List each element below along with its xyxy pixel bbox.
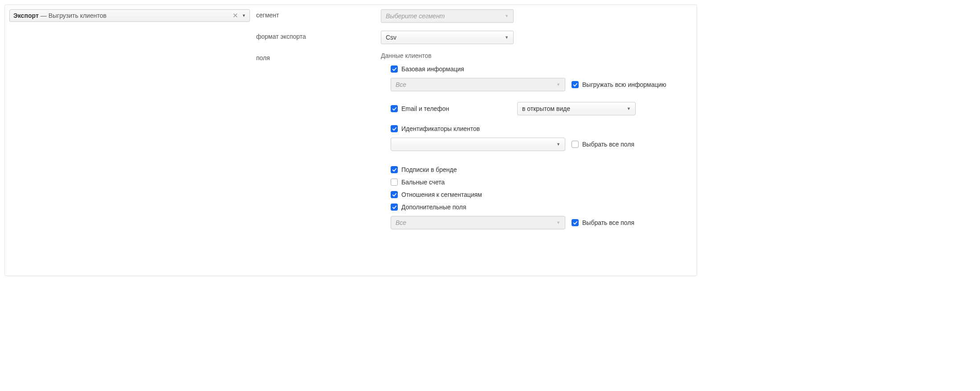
close-icon[interactable]: ✕ bbox=[231, 12, 240, 20]
client-ids-label: Идентификаторы клиентов bbox=[401, 125, 480, 132]
extra-fields-checkbox[interactable] bbox=[391, 204, 398, 211]
chevron-down-icon: ▼ bbox=[505, 14, 509, 18]
extra-fields-select[interactable]: Все ▼ bbox=[391, 216, 565, 229]
format-label: формат экспорта bbox=[256, 31, 381, 44]
segment-relations-label: Отношения к сегментациям bbox=[401, 191, 482, 198]
fields-label: поля bbox=[256, 52, 381, 232]
email-phone-mode-select[interactable]: в открытом виде ▼ bbox=[517, 102, 636, 115]
brand-subs-label: Подписки в бренде bbox=[401, 166, 457, 173]
chevron-down-icon[interactable]: ▼ bbox=[242, 13, 246, 18]
segment-relations-checkbox[interactable] bbox=[391, 191, 398, 198]
segment-select[interactable]: Выберите сегмент ▼ bbox=[381, 9, 514, 23]
fields-section-title: Данные клиентов bbox=[381, 52, 692, 59]
chevron-down-icon: ▼ bbox=[556, 82, 560, 87]
point-accounts-checkbox[interactable] bbox=[391, 179, 398, 186]
export-mode-dropdown[interactable]: Экспорт — Выгрузить клиентов ✕ ▼ bbox=[9, 9, 250, 22]
format-select[interactable]: Csv ▼ bbox=[381, 31, 514, 44]
email-phone-checkbox[interactable] bbox=[391, 105, 398, 112]
email-phone-label: Email и телефон bbox=[401, 105, 449, 112]
base-info-label: Базовая информация bbox=[401, 65, 464, 73]
extra-fields-select-value: Все bbox=[396, 219, 406, 226]
export-all-info-checkbox[interactable] bbox=[572, 81, 579, 88]
base-info-select[interactable]: Все ▼ bbox=[391, 78, 565, 91]
client-ids-select-all-label: Выбрать все поля bbox=[582, 141, 634, 148]
brand-subs-checkbox[interactable] bbox=[391, 166, 398, 173]
point-accounts-label: Бальные счета bbox=[401, 179, 445, 186]
chevron-down-icon: ▼ bbox=[556, 220, 560, 225]
extra-select-all-label: Выбрать все поля bbox=[582, 219, 634, 226]
segment-label: сегмент bbox=[256, 9, 381, 23]
export-all-info-label: Выгружать всю информацию bbox=[582, 81, 666, 88]
segment-select-placeholder: Выберите сегмент bbox=[386, 12, 445, 20]
format-select-value: Csv bbox=[386, 34, 396, 41]
client-ids-select-all-checkbox[interactable] bbox=[572, 141, 579, 148]
client-ids-checkbox[interactable] bbox=[391, 125, 398, 132]
extra-fields-label: Дополнительные поля bbox=[401, 204, 466, 211]
client-ids-select[interactable]: ▼ bbox=[391, 138, 565, 151]
base-info-checkbox[interactable] bbox=[391, 65, 398, 73]
chevron-down-icon: ▼ bbox=[556, 142, 560, 147]
email-phone-mode-value: в открытом виде bbox=[522, 105, 570, 112]
export-title-bold: Экспорт bbox=[13, 12, 39, 19]
chevron-down-icon: ▼ bbox=[505, 35, 509, 40]
extra-select-all-checkbox[interactable] bbox=[572, 219, 579, 226]
chevron-down-icon: ▼ bbox=[627, 106, 631, 111]
export-title-rest: — Выгрузить клиентов bbox=[41, 12, 106, 19]
base-info-select-value: Все bbox=[396, 81, 406, 88]
